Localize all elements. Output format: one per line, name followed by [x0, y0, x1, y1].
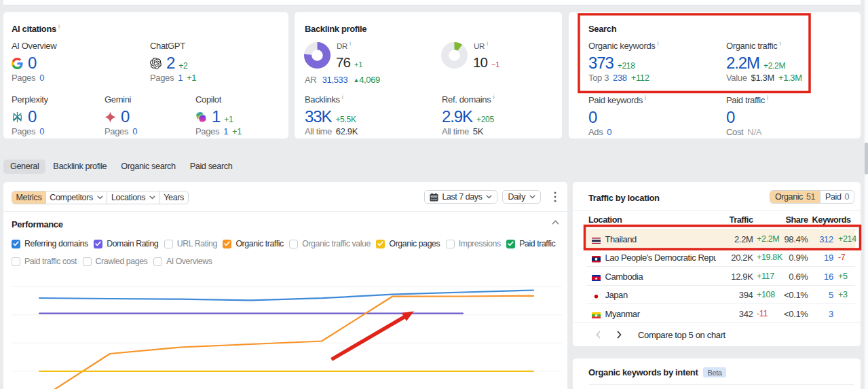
granularity-button[interactable]: Daily — [502, 190, 541, 204]
checkbox-unchecked-icon[interactable] — [12, 257, 20, 266]
info-icon[interactable]: i — [779, 42, 780, 45]
scrollbar-track[interactable] — [864, 0, 868, 389]
scrollbar-thumb[interactable] — [865, 143, 868, 174]
checkbox-checked-icon[interactable] — [506, 240, 515, 248]
traffic-row-myanmar[interactable]: Myanmar342-11<0.1%3 — [586, 303, 855, 322]
info-icon[interactable]: i — [350, 42, 351, 45]
toggle-paid-label: Paid — [825, 192, 841, 202]
checkbox-unchecked-icon[interactable] — [153, 257, 162, 266]
metric-checkbox-impressions[interactable]: Impressions — [446, 239, 501, 248]
country-name[interactable]: Myanmar — [605, 309, 716, 319]
info-icon[interactable]: i — [645, 96, 646, 100]
info-icon[interactable]: i — [342, 96, 343, 99]
backlinks-block: Backlinksi 33K +5.5K All time62.9K — [305, 94, 358, 136]
compare-top5-link[interactable]: Compare top 5 on chart — [638, 330, 725, 340]
keywords-value[interactable]: 5 — [829, 290, 833, 300]
segment-locations[interactable]: Locations — [107, 191, 159, 204]
tab-general[interactable]: General — [3, 160, 45, 174]
organic-keywords-value[interactable]: 373 — [588, 55, 614, 71]
info-icon[interactable]: i — [493, 96, 494, 99]
keywords-value[interactable]: 16 — [824, 272, 833, 282]
checkbox-checked-icon[interactable] — [94, 240, 102, 248]
metric-checkbox-organic-pages[interactable]: Organic pages — [376, 239, 440, 248]
info-icon[interactable]: i — [767, 96, 768, 100]
metric-sub-row: Ads0 — [588, 127, 646, 137]
1-pages-value: 1 — [178, 73, 183, 83]
metric-checkbox-url-rating[interactable]: URL Rating — [164, 239, 217, 248]
country-name[interactable]: Japan — [605, 290, 716, 300]
info-icon[interactable]: i — [487, 42, 488, 45]
prev-page-icon[interactable] — [593, 329, 604, 340]
segment-competitors[interactable]: Competitors — [46, 191, 108, 204]
share-value: 0.9% — [789, 253, 808, 263]
metric-checkbox-referring-domains[interactable]: Referring domains — [12, 239, 88, 248]
metric-checkbox-paid-traffic-cost[interactable]: Paid traffic cost — [12, 257, 77, 266]
date-range-button[interactable]: Last 7 days — [424, 190, 497, 204]
ref-domains-delta: +205 — [476, 115, 494, 124]
metric-label: Organic keywordsi — [588, 41, 658, 51]
ai-citations-title: AI citationsi — [12, 24, 60, 34]
checkbox-checked-icon[interactable] — [376, 240, 385, 248]
share-value: <0.1% — [784, 290, 808, 300]
toggle-organic[interactable]: Organic51 — [770, 191, 820, 203]
country-name[interactable]: Cambodia — [605, 272, 716, 282]
country-name[interactable]: Lao People's Democratic Republic — [605, 253, 716, 263]
checkbox-unchecked-icon[interactable] — [83, 257, 92, 266]
ar-value[interactable]: 31,533 — [322, 75, 348, 85]
col-keywords[interactable]: Keywords — [812, 215, 851, 225]
organic-traffic-sub-value: $1.3M — [751, 73, 774, 83]
country-name[interactable]: Thailand — [605, 234, 716, 244]
kebab-menu-icon[interactable] — [554, 191, 556, 202]
metric-checkbox-organic-traffic-value[interactable]: Organic traffic value — [289, 239, 371, 248]
col-share[interactable]: Share — [785, 215, 808, 225]
checkbox-unchecked-icon[interactable] — [289, 240, 298, 248]
next-page-icon[interactable] — [614, 329, 624, 340]
keywords-value[interactable]: 312 — [819, 234, 833, 244]
ref-domains-alltime-label: All time — [442, 126, 469, 136]
metric-checkbox-label: AI Overviews — [166, 257, 212, 266]
backlinks-value[interactable]: 33K — [305, 109, 331, 125]
checkbox-checked-icon[interactable] — [12, 240, 20, 248]
chevron-down-icon — [97, 196, 103, 200]
4-pages-value: 1 — [223, 126, 228, 136]
traffic-table-header: Location Traffic Share Keywords — [573, 210, 861, 229]
flag-laos-icon — [592, 255, 601, 265]
calendar-icon — [430, 193, 438, 202]
toggle-paid[interactable]: Paid0 — [820, 191, 854, 203]
checkbox-unchecked-icon[interactable] — [446, 240, 455, 248]
metric-checkbox-organic-traffic[interactable]: Organic traffic — [223, 239, 283, 248]
col-location[interactable]: Location — [588, 215, 622, 225]
traffic-value: 12.9K — [731, 272, 753, 282]
info-icon[interactable]: i — [58, 25, 60, 29]
metric-sub-row: Pages0 — [12, 73, 56, 83]
traffic-row-japan[interactable]: Japan394+108<0.1%5+3 — [586, 285, 855, 304]
collapse-chevron-icon[interactable] — [552, 220, 559, 225]
organic-traffic-sub-label: Value — [726, 73, 747, 83]
tab-paid-search[interactable]: Paid search — [183, 160, 240, 174]
tab-organic-search[interactable]: Organic search — [114, 160, 182, 174]
segment-metrics[interactable]: Metrics — [12, 191, 46, 204]
keywords-value[interactable]: 3 — [829, 309, 833, 319]
tab-backlink-profile[interactable]: Backlink profile — [46, 160, 113, 174]
metric-checkbox-paid-traffic[interactable]: Paid traffic — [506, 239, 555, 248]
gemini-icon — [105, 111, 116, 123]
metric-value-row: 0 — [726, 109, 768, 126]
traffic-row-thailand[interactable]: Thailand2.2M+2.2M98.4%312+214 — [586, 229, 855, 248]
traffic-row-lao[interactable]: Lao People's Democratic Republic20.2K+19… — [586, 248, 855, 267]
organic-traffic-value[interactable]: 2.2M — [726, 55, 759, 71]
metric-checkbox-crawled-pages[interactable]: Crawled pages — [83, 257, 148, 266]
top3-value[interactable]: 238 — [613, 73, 627, 83]
col-traffic[interactable]: Traffic — [730, 215, 753, 225]
checkbox-unchecked-icon[interactable] — [164, 240, 173, 248]
info-icon[interactable]: i — [657, 42, 658, 45]
traffic-row-cambodia[interactable]: Cambodia12.9K+1170.6%16+5 — [586, 266, 855, 285]
segment-years[interactable]: Years — [160, 191, 188, 204]
checkbox-checked-icon[interactable] — [223, 240, 231, 248]
ref-domains-value[interactable]: 2.9K — [442, 109, 472, 125]
table-rows: Thailand2.2M+2.2M98.4%312+214Lao People'… — [586, 229, 855, 322]
organic-keywords-label: Organic keywords — [588, 41, 655, 51]
keywords-value[interactable]: 19 — [824, 253, 833, 263]
metric-checkbox-domain-rating[interactable]: Domain Rating — [94, 239, 158, 248]
metric-checkbox-ai-overviews[interactable]: AI Overviews — [153, 257, 212, 266]
organic-traffic-label: Organic traffic — [726, 41, 777, 51]
